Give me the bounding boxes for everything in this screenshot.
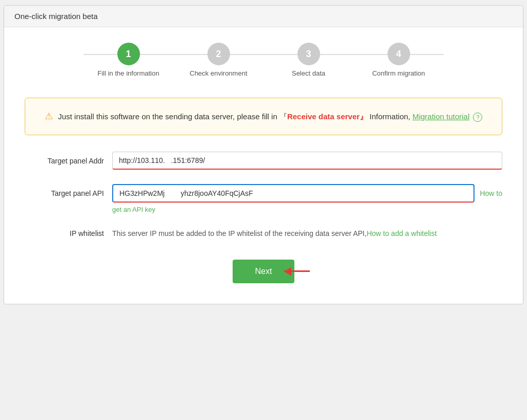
step-3-label: Select data: [292, 69, 325, 77]
step-4-circle: 4: [388, 43, 410, 65]
target-addr-label: Target panel Addr: [25, 152, 112, 165]
notice-text: ⚠ Just install this software on the send…: [38, 108, 489, 124]
step-2-circle: 2: [207, 43, 230, 65]
window-title: One-click migration beta: [14, 12, 98, 21]
target-api-input[interactable]: [112, 184, 475, 203]
ip-whitelist-label: IP whitelist: [25, 228, 112, 238]
target-addr-input[interactable]: [112, 152, 502, 170]
how-to-link[interactable]: How to: [480, 184, 502, 197]
notice-text-after: Information,: [367, 112, 410, 121]
notice-text-before: Just install this software on the sendin…: [58, 112, 287, 121]
target-addr-group: Target panel Addr: [25, 152, 502, 170]
api-input-container: [112, 184, 475, 203]
step-2: 2 Check environment: [173, 43, 264, 77]
arrow-indicator: [284, 267, 310, 276]
question-icon[interactable]: ?: [473, 113, 482, 122]
api-row: How to: [112, 184, 502, 203]
target-api-input-wrap: How to get an API key: [112, 184, 502, 214]
step-4-label: Confirm migration: [372, 69, 425, 77]
step-3-circle: 3: [297, 43, 320, 65]
step-1-label: Fill in the information: [98, 69, 160, 77]
step-3: 3 Select data: [264, 43, 354, 77]
step-1: 1 Fill in the information: [83, 43, 173, 77]
step-1-circle: 1: [117, 43, 140, 65]
notice-highlight: Receive data server』: [287, 112, 367, 121]
target-addr-input-wrap: [112, 152, 502, 170]
target-api-label: Target panel API: [25, 184, 112, 197]
button-area: Next: [25, 260, 502, 283]
warning-icon: ⚠: [45, 111, 53, 121]
get-api-link[interactable]: get an API key: [112, 206, 155, 213]
stepper: 1 Fill in the information 2 Check enviro…: [25, 43, 502, 77]
ip-whitelist-text: This server IP must be added to the IP w…: [112, 228, 502, 239]
ip-whitelist-description: This server IP must be added to the IP w…: [112, 229, 366, 238]
ip-whitelist-group: IP whitelist This server IP must be adde…: [25, 228, 502, 239]
ip-whitelist-link[interactable]: How to add a whitelist: [366, 229, 436, 238]
title-bar: One-click migration beta: [4, 6, 523, 27]
target-api-group: Target panel API How to get an API key: [25, 184, 502, 214]
notice-box: ⚠ Just install this software on the send…: [25, 98, 502, 135]
migration-tutorial-link[interactable]: Migration tutorial: [412, 112, 469, 121]
arrow-line: [284, 270, 310, 272]
step-4: 4 Confirm migration: [354, 43, 444, 77]
main-window: One-click migration beta 1 Fill in the i…: [4, 5, 523, 304]
step-2-label: Check environment: [190, 69, 248, 77]
